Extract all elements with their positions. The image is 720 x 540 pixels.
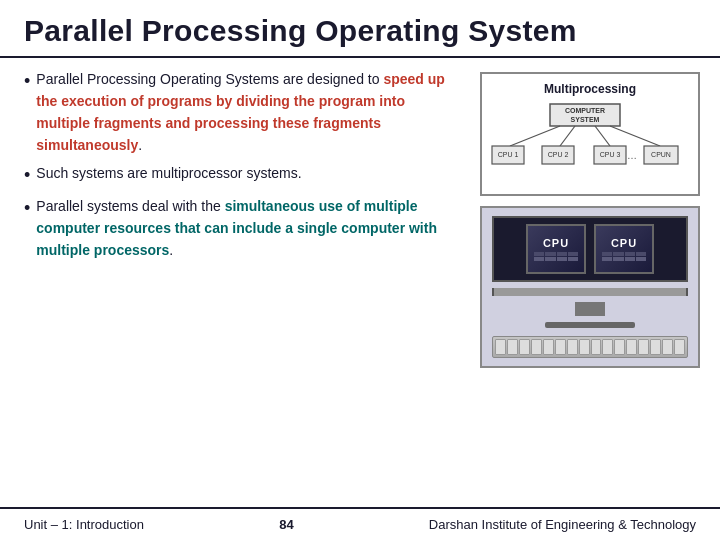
footer-page-number: 84 — [279, 517, 293, 532]
cpu-chip-2: CPU — [594, 224, 654, 274]
keyboard — [492, 336, 688, 358]
cpu-chips-row: CPU CPU — [500, 224, 680, 274]
diagram-svg: COMPUTER SYSTEM CPU 1 CPU 2 CPU 3 — [490, 102, 680, 182]
image-panel: Multiprocessing COMPUTER SYSTEM CPU 1 — [480, 68, 700, 507]
main-content: • Parallel Processing Operating Systems … — [0, 58, 720, 507]
svg-text:COMPUTER: COMPUTER — [565, 107, 605, 114]
bullet-text-3: Parallel systems deal with the simultane… — [36, 195, 456, 261]
svg-text:SYSTEM: SYSTEM — [571, 116, 600, 123]
svg-line-5 — [595, 126, 610, 146]
svg-text:CPU 1: CPU 1 — [498, 151, 519, 158]
bullet-dot-2: • — [24, 163, 30, 188]
bullet-item-3: • Parallel systems deal with the simulta… — [24, 195, 456, 261]
cpu-chip-1-label: CPU — [543, 237, 569, 249]
text-panel: • Parallel Processing Operating Systems … — [24, 68, 464, 507]
bullet-text-1: Parallel Processing Operating Systems ar… — [36, 68, 456, 156]
footer-unit: Unit – 1: Introduction — [24, 517, 144, 532]
monitor-base-plate — [545, 322, 635, 328]
svg-text:…: … — [627, 150, 637, 161]
monitor-neck — [575, 302, 605, 316]
bullet-item-1: • Parallel Processing Operating Systems … — [24, 68, 456, 156]
bullet-dot-3: • — [24, 196, 30, 221]
page: Parallel Processing Operating System • P… — [0, 0, 720, 540]
svg-text:CPU 3: CPU 3 — [600, 151, 621, 158]
footer: Unit – 1: Introduction 84 Darshan Instit… — [0, 507, 720, 540]
svg-line-3 — [510, 126, 560, 146]
svg-text:CPU 2: CPU 2 — [548, 151, 569, 158]
multiprocessing-label: Multiprocessing — [490, 82, 690, 96]
svg-line-6 — [610, 126, 660, 146]
bullet-item-2: • Such systems are multiprocessor system… — [24, 162, 456, 188]
multiprocessing-diagram: Multiprocessing COMPUTER SYSTEM CPU 1 — [480, 72, 700, 196]
monitor-display: CPU CPU — [492, 216, 688, 282]
svg-line-4 — [560, 126, 575, 146]
monitor-bottom-bar — [492, 288, 688, 296]
title-bar: Parallel Processing Operating System — [0, 0, 720, 58]
page-title: Parallel Processing Operating System — [24, 14, 696, 48]
cpu-image-box: CPU CPU — [480, 206, 700, 368]
highlight-speed: speed up the execution of programs by di… — [36, 71, 445, 153]
cpu-chip-1: CPU — [526, 224, 586, 274]
footer-institute: Darshan Institute of Engineering & Techn… — [429, 517, 696, 532]
bullet-text-2: Such systems are multiprocessor systems. — [36, 162, 301, 184]
bullet-dot-1: • — [24, 69, 30, 94]
highlight-simultaneous: simultaneous use of multiple computer re… — [36, 198, 437, 258]
cpu-chip-2-label: CPU — [611, 237, 637, 249]
svg-text:CPUN: CPUN — [651, 151, 671, 158]
